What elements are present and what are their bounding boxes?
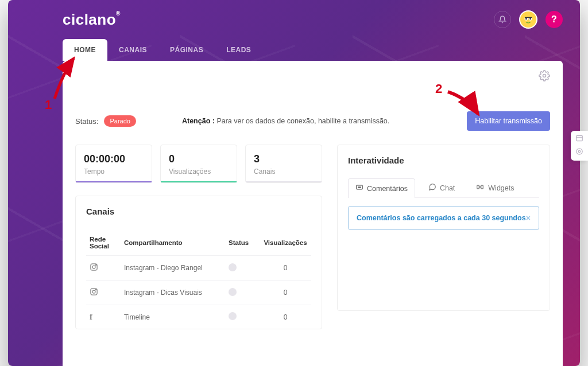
close-icon[interactable]: × [526,213,531,223]
interactivity-panel: Interatividade Comentários Chat Widge [337,145,550,311]
status-label: Status: [75,117,98,126]
col-rede: Rede Social [86,230,121,256]
enable-transmission-button[interactable]: Habilitar transmissão [467,111,550,131]
channels-title: Canais [86,207,311,216]
svg-rect-18 [481,185,483,189]
stat-views-value: 0 [169,153,229,165]
svg-point-9 [95,264,96,265]
svg-point-21 [577,149,583,155]
facebook-icon: f [90,312,92,321]
stat-card-tempo: 00:00:00 Tempo [75,145,152,183]
status-dot [229,288,237,296]
interactivity-tabs: Comentários Chat Widgets [348,178,539,198]
svg-point-4 [529,18,531,20]
svg-rect-5 [525,17,532,18]
status-dot [229,263,237,271]
content-area: Status: Parado Atenção : Para ver os dad… [63,61,563,366]
avatar[interactable] [519,10,537,29]
svg-point-20 [578,150,581,153]
attention-text: Atenção : Para ver os dados de conexão, … [182,117,389,125]
interactivity-title: Interatividade [348,155,539,165]
svg-point-12 [95,289,96,290]
stat-canais-label: Canais [254,168,314,176]
stat-card-views: 0 Visualizações [160,145,237,183]
main-tabs: HOME CANAIS PÁGINAS LEADS [8,39,580,61]
code-icon[interactable] [575,134,583,144]
comments-notice: Comentários são carregados a cada 30 seg… [348,206,539,230]
tab-canais[interactable]: CANAIS [107,39,158,61]
bell-icon[interactable] [494,11,511,28]
channels-table: Rede Social Compartilhamento Status Visu… [86,230,311,329]
topbar: ciclano® ? [8,0,580,39]
table-row: Instagram - Dicas Visuais 0 [86,281,311,305]
chat-icon [428,183,436,193]
itab-widgets[interactable]: Widgets [468,178,521,197]
table-row: f Timeline 0 [86,305,311,329]
stat-views-label: Visualizações [169,168,229,176]
svg-point-3 [525,18,527,20]
stat-canais-value: 3 [254,153,314,165]
svg-point-8 [92,266,95,268]
table-row: Instagram - Diego Rangel 0 [86,256,311,281]
instagram-icon [90,263,98,273]
svg-rect-19 [577,135,583,141]
svg-point-16 [360,187,361,188]
svg-point-11 [92,290,95,293]
col-status: Status [225,230,260,256]
settings-icon[interactable] [575,147,583,157]
svg-rect-17 [477,185,479,189]
svg-point-0 [521,13,535,26]
chat-bubble-icon [355,184,363,193]
widgets-icon [475,183,485,193]
itab-comments[interactable]: Comentários [348,178,415,198]
tab-leads[interactable]: LEADS [215,39,262,61]
svg-point-6 [543,75,546,77]
instagram-icon [90,288,98,298]
col-share: Compartilhamento [121,230,225,256]
stat-tempo-label: Tempo [84,168,144,176]
col-views: Visualizações [260,230,311,256]
svg-point-14 [358,187,359,188]
tab-home[interactable]: HOME [63,39,107,61]
gear-icon[interactable] [539,70,550,81]
svg-point-15 [359,187,359,188]
stat-card-canais: 3 Canais [245,145,322,183]
help-icon[interactable]: ? [546,11,563,28]
stat-tempo-value: 00:00:00 [84,153,144,165]
brand-logo: ciclano® [63,11,121,29]
status-badge: Parado [104,115,136,127]
tab-paginas[interactable]: PÁGINAS [158,39,215,61]
status-dot [229,312,237,320]
channels-panel: Canais Rede Social Compartilhamento Stat… [75,196,322,329]
side-tools [571,131,588,161]
itab-chat[interactable]: Chat [421,178,462,197]
